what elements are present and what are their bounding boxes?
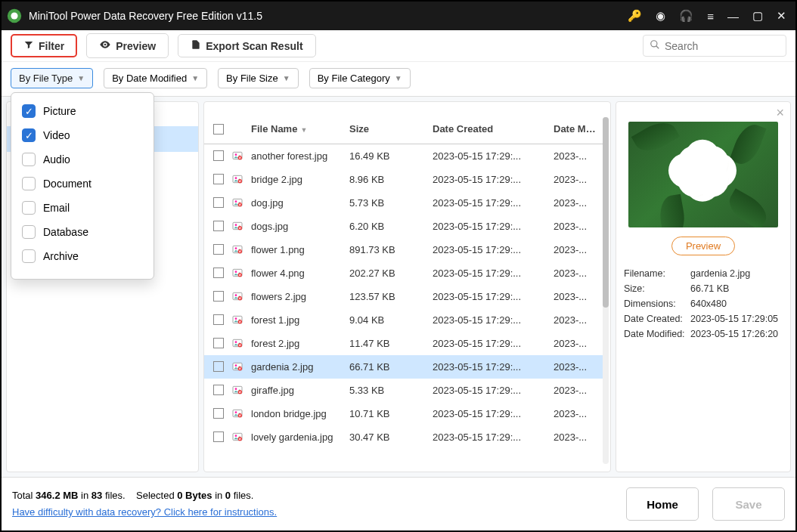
row-checkbox[interactable]: [213, 431, 224, 442]
image-file-icon: [231, 314, 243, 326]
row-checkbox[interactable]: [213, 174, 224, 184]
filetype-option[interactable]: Audio: [19, 147, 146, 172]
table-row[interactable]: giraffe.jpg5.33 KB2023-05-15 17:29:...20…: [204, 379, 603, 402]
meta-dims-value: 640x480: [690, 298, 727, 309]
cell-created: 2023-05-15 17:29:...: [433, 408, 554, 419]
cell-filename: flower 4.png: [251, 268, 349, 279]
preview-toolbar-button[interactable]: Preview: [86, 33, 169, 58]
preview-button[interactable]: Preview: [671, 237, 735, 255]
row-checkbox[interactable]: [213, 385, 224, 395]
filetype-option[interactable]: Email: [19, 196, 146, 220]
checkbox[interactable]: [22, 177, 36, 190]
meta-dims-label: Dimensions:: [624, 298, 690, 309]
row-checkbox[interactable]: [213, 338, 224, 348]
cell-filename: another forest.jpg: [251, 150, 349, 162]
filter-by-category[interactable]: By File Category ▼: [309, 68, 411, 88]
table-body: another forest.jpg16.49 KB2023-05-15 17:…: [204, 144, 603, 472]
file-list-panel: File Name▼ Size Date Created Date Modif …: [203, 101, 611, 472]
cell-filename: dogs.jpg: [251, 221, 349, 232]
cell-created: 2023-05-15 17:29:...: [433, 244, 554, 255]
search-input[interactable]: [665, 40, 780, 52]
filetype-option[interactable]: ✓Picture: [19, 99, 146, 123]
row-checkbox[interactable]: [213, 314, 224, 325]
scrollbar[interactable]: [603, 117, 609, 464]
close-preview-icon[interactable]: ×: [776, 105, 784, 121]
row-checkbox[interactable]: [213, 244, 224, 255]
disc-icon[interactable]: ◉: [656, 9, 665, 23]
save-button[interactable]: Save: [712, 487, 785, 521]
export-button[interactable]: Export Scan Result: [178, 34, 315, 57]
help-link[interactable]: Have difficulty with data recovery? Clic…: [12, 506, 277, 518]
checkbox[interactable]: [22, 225, 36, 239]
checkbox[interactable]: [22, 153, 36, 166]
table-row[interactable]: forest 1.jpg9.04 KB2023-05-15 17:29:...2…: [204, 308, 603, 332]
checkbox[interactable]: [22, 201, 36, 215]
row-checkbox[interactable]: [213, 197, 224, 208]
table-row[interactable]: gardenia 2.jpg66.71 KB2023-05-15 17:29:.…: [204, 355, 603, 379]
chevron-down-icon: ▼: [77, 74, 85, 82]
table-row[interactable]: flowers 2.jpg123.57 KB2023-05-15 17:29:.…: [204, 285, 603, 308]
maximize-icon[interactable]: ▢: [752, 9, 763, 23]
filetype-option-label: Database: [43, 226, 88, 238]
filetype-option[interactable]: Database: [19, 220, 146, 244]
row-checkbox[interactable]: [213, 361, 224, 372]
filter-by-date[interactable]: By Date Modified ▼: [104, 68, 207, 88]
search-box[interactable]: [643, 35, 786, 57]
cell-filename: dog.jpg: [251, 197, 349, 209]
image-file-icon: [231, 173, 243, 185]
table-row[interactable]: another forest.jpg16.49 KB2023-05-15 17:…: [204, 144, 603, 168]
cell-created: 2023-05-15 17:29:...: [433, 314, 554, 326]
row-checkbox[interactable]: [213, 291, 224, 302]
row-checkbox[interactable]: [213, 221, 224, 231]
home-button[interactable]: Home: [626, 487, 699, 521]
cell-created: 2023-05-15 17:29:...: [433, 150, 554, 162]
headphones-icon[interactable]: 🎧: [679, 9, 693, 23]
close-icon[interactable]: ✕: [777, 9, 786, 23]
filter-by-type[interactable]: By File Type ▼: [11, 68, 93, 88]
table-row[interactable]: forest 2.jpg11.47 KB2023-05-15 17:29:...…: [204, 332, 603, 355]
svg-point-21: [235, 271, 237, 273]
filter-button[interactable]: Filter: [11, 34, 77, 57]
row-checkbox[interactable]: [213, 408, 224, 419]
image-file-icon: [231, 220, 243, 232]
filter-by-size[interactable]: By File Size ▼: [218, 68, 299, 88]
cell-filename: flowers 2.jpg: [251, 291, 349, 302]
cell-modified: 2023-...: [554, 408, 599, 419]
image-file-icon: [231, 243, 243, 255]
cell-filename: london bridge.jpg: [251, 408, 349, 419]
table-row[interactable]: flower 1.png891.73 KB2023-05-15 17:29:..…: [204, 238, 603, 261]
table-row[interactable]: lovely gardenia.jpg30.47 KB2023-05-15 17…: [204, 425, 603, 449]
table-row[interactable]: london bridge.jpg10.71 KB2023-05-15 17:2…: [204, 402, 603, 425]
cell-modified: 2023-...: [554, 361, 599, 373]
filetype-option[interactable]: ✓Video: [19, 123, 146, 147]
filetype-option[interactable]: Archive: [19, 244, 146, 268]
cell-created: 2023-05-15 17:29:...: [433, 174, 554, 185]
scrollbar-thumb[interactable]: [603, 117, 609, 308]
select-all-checkbox[interactable]: [213, 124, 224, 135]
table-row[interactable]: dog.jpg5.73 KB2023-05-15 17:29:...2023-.…: [204, 191, 603, 215]
key-icon[interactable]: 🔑: [628, 9, 642, 23]
cell-filename: forest 1.jpg: [251, 314, 349, 326]
row-checkbox[interactable]: [213, 268, 224, 278]
filetype-option[interactable]: Document: [19, 172, 146, 196]
row-checkbox[interactable]: [213, 150, 224, 161]
table-row[interactable]: flower 4.png202.27 KB2023-05-15 17:29:..…: [204, 261, 603, 285]
menu-icon[interactable]: ≡: [707, 10, 714, 23]
checkbox[interactable]: [22, 249, 36, 263]
table-row[interactable]: bridge 2.jpg8.96 KB2023-05-15 17:29:...2…: [204, 168, 603, 191]
col-modified[interactable]: Date Modif: [554, 123, 599, 135]
filetype-option-label: Picture: [43, 105, 76, 117]
col-filename[interactable]: File Name▼: [251, 123, 349, 135]
checkbox[interactable]: ✓: [22, 104, 36, 118]
svg-point-1: [11, 12, 17, 19]
cell-modified: 2023-...: [554, 150, 599, 162]
cell-filename: gardenia 2.jpg: [251, 361, 349, 373]
col-size[interactable]: Size: [349, 123, 433, 135]
svg-point-18: [235, 247, 237, 249]
col-created[interactable]: Date Created: [433, 123, 554, 135]
table-row[interactable]: dogs.jpg6.20 KB2023-05-15 17:29:...2023-…: [204, 215, 603, 238]
checkbox[interactable]: ✓: [22, 128, 36, 142]
filter-tabs: By File Type ▼ By Date Modified ▼ By Fil…: [2, 62, 795, 96]
minimize-icon[interactable]: —: [727, 10, 739, 23]
cell-filename: giraffe.jpg: [251, 385, 349, 396]
